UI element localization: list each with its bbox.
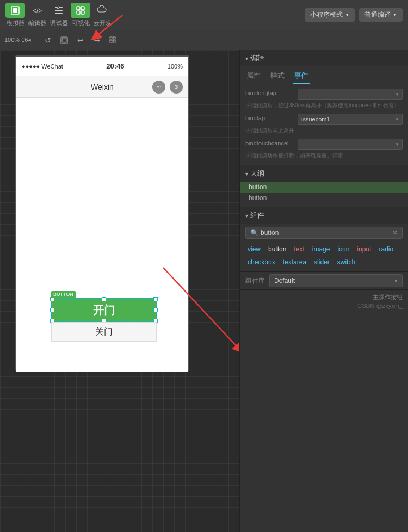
bindtouchcancel-select[interactable] [298,139,403,150]
visualize-label: 可视化 [72,19,90,27]
phone-battery: 100% [168,63,183,70]
frame-icon[interactable] [58,34,71,47]
phone-content: BUTTON 开门 关门 [16,98,188,372]
tab-events[interactable]: 事件 [293,69,310,84]
phone-time: 20:46 [106,62,124,70]
handle-ml[interactable] [50,308,54,312]
refresh-icon[interactable]: ↺ [41,34,54,47]
svg-rect-4 [55,10,63,11]
events-content: bindlongtap 手指触摸后，超过350ms再离开（推荐使用longpre… [240,84,408,162]
svg-point-6 [57,7,59,9]
bottom-status: 主操作按钮 CSDN @zxyxm_ [240,289,408,312]
phone-nav-bar: Weixin ··· ⊙ [16,76,188,98]
prop-row-bindlongtap: bindlongtap [240,86,408,102]
bindlongtap-value [298,89,403,100]
canvas-area: ●●●●● WeChat 20:46 100% Weixin ··· ⊙ BUT… [0,50,239,532]
svg-rect-7 [77,7,80,10]
editor-icon[interactable]: </> [27,3,47,18]
bindtap-value: issuecom1 [298,114,403,125]
component-tags: view button text image icon input radio … [240,242,408,271]
button-second[interactable]: 关门 [51,322,157,342]
mode-dropdown[interactable]: 小程序模式 [305,8,355,22]
button-tag: BUTTON [51,291,76,298]
collapse-triangle[interactable]: ▾ [245,55,248,61]
svg-rect-1 [13,8,17,13]
main-action-label: 主操作按钮 [245,293,403,301]
outline-item-1[interactable]: button [240,193,408,203]
editor-section-header: ▾ 编辑 [240,50,408,66]
comp-lib-select[interactable]: Default [269,274,403,287]
comp-tag-radio[interactable]: radio [376,244,395,254]
component-title: 组件 [250,211,264,220]
tab-styles[interactable]: 样式 [269,69,286,84]
grid-icon[interactable] [107,34,120,47]
bindlongtap-select-wrap [298,89,403,100]
bindtap-label: bindtap [245,114,294,121]
outline-header: ▾ 大纲 [240,165,408,182]
simulator-label: 模拟器 [7,19,24,27]
tab-properties[interactable]: 属性 [245,69,262,84]
prop-row-bindtouchcancel: bindtouchcancel [240,137,408,152]
search-icon: 🔍 [250,229,258,237]
phone-nav-title: Weixin [91,83,114,91]
bindtouchcancel-label: bindtouchcancel [245,139,294,146]
comp-tag-checkbox[interactable]: checkbox [245,257,277,267]
component-header: ▾ 组件 [240,207,408,224]
second-toolbar: 100% 16◂ ↺ ↩ ↪ [0,30,408,50]
compile-dropdown[interactable]: 普通编译 [359,8,403,22]
nav-close-icon[interactable]: ⊙ [170,81,183,94]
tb-group-debugger[interactable]: 调试器 [49,3,69,27]
bindtap-desc: 手指触摸后马上离开 [240,127,408,137]
comp-tag-text[interactable]: text [292,244,306,254]
comp-tag-slider[interactable]: slider [312,257,332,267]
button1-text: 开门 [93,303,115,318]
comp-tag-image[interactable]: image [310,244,332,254]
zoom-info: 100% 16◂ [4,36,34,44]
tb-group-visualize[interactable]: 可视化 [71,3,90,27]
debugger-icon[interactable] [49,3,69,18]
button-selected[interactable]: 开门 [51,298,157,322]
component-collapse[interactable]: ▾ [245,213,248,219]
undo-icon[interactable]: ↩ [74,34,87,47]
toolbar-divider [38,35,38,46]
tb-group-simulator[interactable]: 模拟器 [5,3,25,27]
simulator-icon[interactable] [5,3,25,18]
handle-tm[interactable] [102,297,106,301]
visualize-icon[interactable] [71,3,90,18]
comp-tag-input[interactable]: input [355,244,373,254]
handle-tr[interactable] [153,297,158,301]
outline-item-0[interactable]: button [240,182,408,193]
outline-title: 大纲 [250,169,264,178]
csdn-credit: CSDN @zxyxm_ [245,302,403,309]
redo-icon[interactable]: ↪ [90,34,103,47]
search-clear-icon[interactable]: ✕ [392,229,398,237]
component-search-input[interactable] [261,229,390,237]
component-search-box: 🔍 ✕ [245,227,403,239]
svg-rect-15 [110,40,112,42]
comp-tag-textarea[interactable]: textarea [281,257,308,267]
comp-tag-view[interactable]: view [245,244,263,254]
bindtouchcancel-select-wrap [298,139,403,150]
component-section: ▾ 组件 🔍 ✕ view button text image icon inp… [240,207,408,532]
phone-nav-icons: ··· ⊙ [152,81,183,94]
comp-tag-switch[interactable]: switch [335,257,357,267]
cloud-icon[interactable] [92,3,112,18]
right-panel: ▾ 编辑 属性 样式 事件 bindlongtap 手 [239,50,408,532]
outline-collapse[interactable]: ▾ [245,171,248,177]
comp-lib-select-wrap: Default [269,274,403,287]
bindlongtap-select[interactable] [298,89,403,100]
phone-status-bar: ●●●●● WeChat 20:46 100% [16,57,188,76]
handle-tl[interactable] [50,297,54,301]
bindtap-select[interactable]: issuecom1 [298,114,403,125]
bindtouchcancel-desc: 手指触摸动作被打断，如来电提醒、弹窗 [240,152,408,162]
handle-mr[interactable] [153,308,158,312]
editor-section-title: 编辑 [250,53,264,63]
tb-group-cloud[interactable]: 云开发 [92,3,112,27]
comp-tag-icon[interactable]: icon [335,244,351,254]
nav-menu-icon[interactable]: ··· [152,81,165,94]
cloud-label: 云开发 [94,19,112,27]
comp-tag-button[interactable]: button [266,244,288,254]
top-toolbar: 模拟器 </> 编辑器 调试器 [0,0,408,30]
tb-group-editor[interactable]: </> 编辑器 [27,3,47,27]
svg-rect-10 [81,11,84,14]
